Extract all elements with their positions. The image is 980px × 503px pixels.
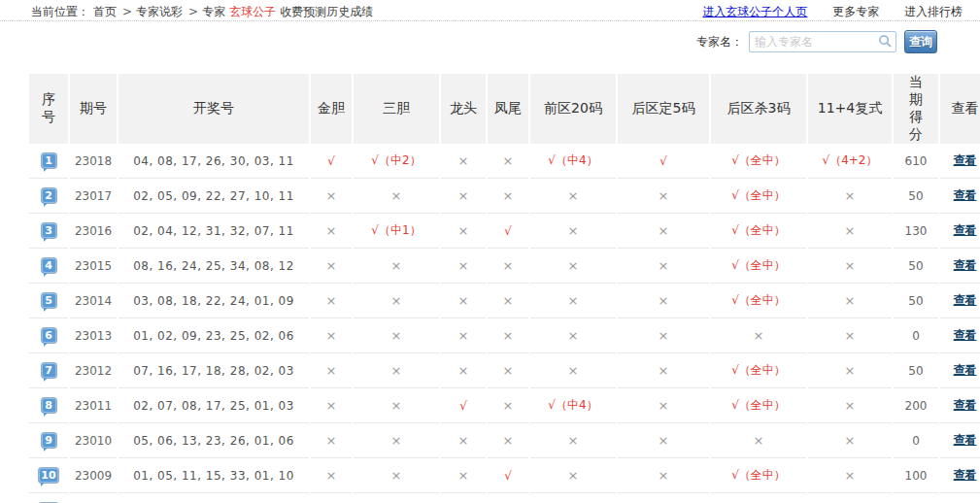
view-link[interactable]: 查看 bbox=[954, 468, 977, 482]
issue-cell: 23013 bbox=[70, 319, 117, 353]
breadcrumb-suffix: 收费预测历史成绩 bbox=[280, 5, 373, 18]
breadcrumb-expert-talk[interactable]: 专家说彩 bbox=[136, 5, 183, 18]
miss-mark: × bbox=[503, 258, 514, 273]
view-cell: 查看 bbox=[940, 214, 980, 249]
ranking-link[interactable]: 进入排行榜 bbox=[904, 5, 963, 18]
prediction-result-cell: × bbox=[530, 353, 616, 388]
column-header: 开奖号 bbox=[118, 74, 309, 144]
miss-mark: × bbox=[458, 433, 469, 448]
hit-mark: √（全中） bbox=[731, 468, 786, 482]
view-link[interactable]: 查看 bbox=[954, 188, 977, 202]
draw-numbers-cell: 07, 16, 17, 18, 28, 02, 03 bbox=[118, 353, 309, 388]
miss-mark: × bbox=[568, 223, 579, 238]
prediction-result-cell: × bbox=[311, 388, 352, 423]
prediction-result-cell: × bbox=[311, 423, 352, 458]
miss-mark: × bbox=[659, 468, 669, 483]
miss-mark: × bbox=[458, 363, 469, 378]
issue-cell: 23012 bbox=[70, 353, 117, 388]
index-cell: 10 bbox=[29, 458, 68, 493]
view-link[interactable]: 查看 bbox=[954, 398, 977, 412]
issue-cell: 23018 bbox=[70, 144, 117, 179]
draw-numbers-cell: 02, 05, 09, 22, 27, 10, 11 bbox=[118, 179, 309, 214]
miss-mark: × bbox=[326, 293, 337, 308]
breadcrumb-separator: > bbox=[188, 5, 198, 18]
miss-mark: × bbox=[326, 363, 337, 378]
issue-cell: 23008 bbox=[70, 493, 117, 503]
hit-mark: √ bbox=[504, 224, 512, 238]
row-index-badge: 10 bbox=[39, 468, 57, 483]
table-row: 112300804, 09, 17, 22, 25, 01, 05√√（中1）×… bbox=[29, 493, 980, 503]
table-header-row: 序号期号开奖号金胆三胆龙头凤尾前区20码后区定5码后区杀3码11+4复式当期得分… bbox=[29, 74, 980, 144]
view-link[interactable]: 查看 bbox=[954, 293, 977, 307]
miss-mark: × bbox=[568, 468, 579, 483]
hit-mark: √（全中） bbox=[731, 223, 786, 237]
hit-mark: √（全中） bbox=[731, 398, 786, 412]
view-link[interactable]: 查看 bbox=[954, 258, 977, 272]
prediction-result-cell: × bbox=[808, 249, 892, 284]
prediction-result-cell: × bbox=[808, 179, 892, 214]
row-index-badge: 3 bbox=[42, 223, 56, 238]
view-link[interactable]: 查看 bbox=[954, 363, 977, 377]
column-header: 后区杀3码 bbox=[711, 74, 806, 144]
draw-numbers-cell: 01, 05, 11, 15, 33, 01, 10 bbox=[118, 458, 309, 493]
prediction-result-cell: × bbox=[354, 353, 439, 388]
column-header: 前区20码 bbox=[530, 74, 616, 144]
miss-mark: × bbox=[458, 258, 469, 273]
breadcrumb-expert: 专家 bbox=[202, 5, 225, 18]
prediction-result-cell: × bbox=[488, 144, 528, 179]
miss-mark: × bbox=[503, 188, 514, 203]
view-link[interactable]: 查看 bbox=[954, 223, 977, 237]
view-link[interactable]: 查看 bbox=[954, 433, 977, 447]
hit-mark: √ bbox=[504, 469, 512, 483]
miss-mark: × bbox=[659, 293, 669, 308]
score-cell: 50 bbox=[894, 353, 938, 388]
expert-search-input[interactable] bbox=[749, 31, 896, 52]
table-row: 12301804, 08, 17, 26, 30, 03, 11√√（中2）××… bbox=[29, 144, 980, 179]
prediction-result-cell: √（全中） bbox=[711, 458, 806, 493]
prediction-result-cell: × bbox=[618, 319, 709, 353]
prediction-result-cell: √（全中） bbox=[711, 144, 806, 179]
query-button[interactable]: 查询 bbox=[904, 30, 937, 53]
index-cell: 11 bbox=[29, 493, 68, 503]
prediction-result-cell: × bbox=[808, 388, 892, 423]
prediction-result-cell: × bbox=[311, 214, 352, 249]
prediction-result-cell: × bbox=[311, 319, 352, 353]
personal-page-link[interactable]: 进入玄球公子个人页 bbox=[702, 5, 807, 18]
prediction-result-cell: √（中4） bbox=[530, 493, 616, 503]
view-link[interactable]: 查看 bbox=[954, 153, 977, 167]
prediction-result-cell: × bbox=[441, 423, 486, 458]
prediction-result-cell: × bbox=[354, 319, 439, 353]
prediction-result-cell: × bbox=[711, 423, 806, 458]
issue-cell: 23017 bbox=[70, 179, 117, 214]
more-experts-link[interactable]: 更多专家 bbox=[832, 5, 879, 18]
prediction-result-cell: × bbox=[808, 319, 892, 353]
table-row: 82301102, 07, 08, 17, 25, 01, 03××√×√（中4… bbox=[29, 388, 980, 423]
prediction-result-cell: × bbox=[311, 179, 352, 214]
miss-mark: × bbox=[458, 188, 469, 203]
prediction-result-cell: × bbox=[441, 144, 486, 179]
miss-mark: × bbox=[458, 223, 469, 238]
prediction-result-cell: × bbox=[441, 353, 486, 388]
prediction-result-cell: √（全中） bbox=[711, 179, 806, 214]
table-row: 62301301, 02, 09, 23, 25, 02, 06××××××××… bbox=[29, 319, 980, 353]
prediction-result-cell: √（中4） bbox=[530, 388, 616, 423]
hit-mark: √（中1） bbox=[371, 223, 421, 237]
column-header: 序号 bbox=[29, 74, 68, 144]
view-cell: 查看 bbox=[940, 353, 980, 388]
issue-cell: 23011 bbox=[70, 388, 117, 423]
column-header: 龙头 bbox=[441, 74, 486, 144]
column-header: 金胆 bbox=[311, 74, 352, 144]
row-index-badge: 7 bbox=[42, 363, 56, 378]
miss-mark: × bbox=[326, 328, 337, 343]
prediction-result-cell: × bbox=[311, 249, 352, 284]
miss-mark: × bbox=[391, 293, 402, 308]
prediction-result-cell: √（全中） bbox=[711, 214, 806, 249]
score-cell: 50 bbox=[894, 284, 938, 319]
prediction-result-cell: × bbox=[618, 249, 709, 284]
results-table-wrap: 序号期号开奖号金胆三胆龙头凤尾前区20码后区定5码后区杀3码11+4复式当期得分… bbox=[0, 62, 980, 503]
miss-mark: × bbox=[568, 258, 579, 273]
column-header: 11+4复式 bbox=[808, 74, 892, 144]
score-cell: 0 bbox=[894, 423, 938, 458]
view-link[interactable]: 查看 bbox=[954, 328, 977, 342]
breadcrumb-home[interactable]: 首页 bbox=[93, 5, 117, 18]
